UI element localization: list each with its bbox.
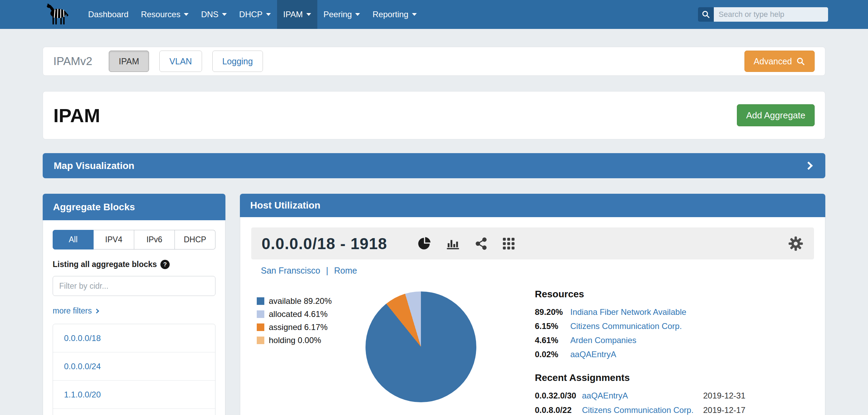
- legend-label: available 89.20%: [269, 296, 332, 306]
- resource-link[interactable]: Indiana Fiber Network Available: [570, 307, 686, 317]
- aggregate-block-link[interactable]: 0.0.0.0/24: [53, 352, 215, 381]
- host-utilization-title: Host Utilization: [250, 200, 320, 211]
- legend-item: holding 0.00%: [257, 336, 357, 345]
- app-title: IPAMv2: [53, 55, 92, 68]
- nav-item-dns[interactable]: DNS: [195, 0, 233, 29]
- recent-assignments-title: Recent Assignments: [535, 372, 814, 383]
- tab-vlan[interactable]: VLAN: [159, 51, 202, 72]
- resource-percent: 0.02%: [535, 350, 570, 359]
- chevron-right-icon: [804, 161, 813, 170]
- nav-item-reporting[interactable]: Reporting: [366, 0, 423, 29]
- advanced-label: Advanced: [754, 56, 792, 66]
- resource-row: 4.61% Arden Companies: [535, 336, 814, 345]
- legend-swatch: [257, 297, 264, 305]
- nav-label: IPAM: [283, 10, 303, 19]
- caret-down-icon: [184, 13, 189, 16]
- filter-ipv6-button[interactable]: IPv6: [134, 230, 175, 249]
- legend-label: holding 0.00%: [269, 336, 321, 345]
- nav-item-ipam[interactable]: IPAM: [277, 0, 317, 29]
- caret-down-icon: [355, 13, 360, 16]
- nav-item-dashboard[interactable]: Dashboard: [82, 0, 135, 29]
- zebra-logo-icon[interactable]: [43, 0, 72, 29]
- listing-label-row: Listing all aggregate blocks ?: [53, 260, 215, 269]
- map-visualization-label: Map Visualization: [54, 160, 134, 171]
- utilization-content: available 89.20% allocated 4.61% assigne…: [251, 289, 814, 415]
- resources-column: Resources 89.20% Indiana Fiber Network A…: [535, 289, 814, 415]
- resource-row: 0.02% aaQAEntryA: [535, 350, 814, 359]
- aggregate-blocks-body: All IPV4 IPv6 DHCP Listing all aggregate…: [43, 220, 225, 415]
- page-header: IPAM Add Aggregate: [43, 91, 825, 139]
- ipamv2-toolbar: IPAMv2 IPAM VLAN Logging Advanced: [43, 47, 825, 76]
- nav-item-peering[interactable]: Peering: [317, 0, 367, 29]
- location-link-san-francisco[interactable]: San Franscisco: [261, 266, 320, 275]
- add-aggregate-button[interactable]: Add Aggregate: [737, 104, 815, 126]
- block-subheader: 0.0.0.0/18 - 1918: [251, 227, 814, 259]
- more-filters-label: more filters: [53, 306, 92, 316]
- assignment-link[interactable]: aaQAEntryA: [582, 391, 703, 401]
- location-link-rome[interactable]: Rome: [334, 266, 357, 275]
- filter-ipv4-button[interactable]: IPV4: [94, 230, 134, 249]
- filter-all-button[interactable]: All: [53, 230, 94, 249]
- search-input[interactable]: [714, 7, 828, 22]
- pie-chart: [366, 291, 476, 402]
- assignment-row: 0.0.8.0/22 Citizens Communication Corp. …: [535, 405, 814, 415]
- legend-label: assigned 6.17%: [269, 322, 328, 332]
- share-icon[interactable]: [475, 237, 488, 250]
- cidr-filter-input[interactable]: [53, 276, 215, 296]
- search-icon: [796, 57, 805, 66]
- location-links: San Franscisco | Rome: [251, 266, 814, 276]
- block-title: 0.0.0.0/18 - 1918: [262, 234, 387, 253]
- view-toggle-group: [417, 236, 515, 251]
- nav-label: Resources: [141, 10, 180, 19]
- caret-down-icon: [412, 13, 417, 16]
- resource-link[interactable]: Arden Companies: [570, 336, 636, 345]
- assignment-link[interactable]: Citizens Communication Corp.: [582, 405, 703, 415]
- legend-item: allocated 4.61%: [257, 309, 357, 319]
- more-filters-link[interactable]: more filters: [53, 306, 98, 316]
- page-title: IPAM: [53, 104, 100, 127]
- help-icon[interactable]: ?: [160, 260, 170, 269]
- host-utilization-header: Host Utilization: [240, 194, 825, 217]
- nav-label: DHCP: [239, 10, 263, 19]
- main-content: IPAMv2 IPAM VLAN Logging Advanced IPAM A…: [43, 47, 825, 415]
- caret-down-icon: [306, 13, 311, 16]
- global-search: [698, 7, 828, 22]
- top-navbar: Dashboard Resources DNS DHCP IPAM Peerin…: [0, 0, 868, 29]
- caret-down-icon: [222, 13, 227, 16]
- host-utilization-panel: Host Utilization 0.0.0.0/18 - 1918: [240, 194, 825, 415]
- resource-percent: 89.20%: [535, 307, 570, 317]
- resource-link[interactable]: Citizens Communication Corp.: [570, 321, 682, 331]
- resource-row: 6.15% Citizens Communication Corp.: [535, 321, 814, 331]
- aggregate-blocks-header: Aggregate Blocks: [43, 194, 225, 220]
- nav-label: Reporting: [372, 10, 408, 19]
- resource-percent: 6.15%: [535, 321, 570, 331]
- tab-ipam[interactable]: IPAM: [109, 51, 149, 72]
- aggregate-blocks-panel: Aggregate Blocks All IPV4 IPv6 DHCP List…: [43, 194, 225, 415]
- chevron-right-icon: [94, 308, 99, 313]
- legend-swatch: [257, 323, 264, 331]
- nav-label: DNS: [201, 10, 219, 19]
- map-visualization-bar[interactable]: Map Visualization: [43, 153, 825, 178]
- block-type-filter-group: All IPV4 IPv6 DHCP: [53, 230, 215, 249]
- resources-title: Resources: [535, 289, 814, 300]
- pie-chart-view-icon[interactable]: [417, 237, 431, 251]
- aggregate-block-link[interactable]: 1.1.0.0/20: [53, 381, 215, 409]
- aggregate-blocks-title: Aggregate Blocks: [53, 202, 135, 213]
- caret-down-icon: [266, 13, 271, 16]
- resource-link[interactable]: aaQAEntryA: [570, 350, 616, 359]
- legend-item: assigned 6.17%: [257, 322, 357, 332]
- grid-view-icon[interactable]: [502, 237, 515, 250]
- nav-item-resources[interactable]: Resources: [135, 0, 195, 29]
- legend-swatch: [257, 310, 264, 318]
- aggregate-block-link[interactable]: 0.0.0.0/18: [53, 324, 215, 352]
- tab-logging[interactable]: Logging: [212, 51, 263, 72]
- bar-chart-view-icon[interactable]: [446, 236, 460, 251]
- search-icon[interactable]: [698, 7, 714, 22]
- nav-item-dhcp[interactable]: DHCP: [233, 0, 277, 29]
- gear-icon[interactable]: [788, 236, 804, 252]
- panels-row: Aggregate Blocks All IPV4 IPv6 DHCP List…: [43, 194, 825, 415]
- nav-label: Dashboard: [88, 10, 128, 19]
- advanced-button[interactable]: Advanced: [744, 51, 815, 72]
- nav-label: Peering: [324, 10, 352, 19]
- filter-dhcp-button[interactable]: DHCP: [175, 230, 215, 249]
